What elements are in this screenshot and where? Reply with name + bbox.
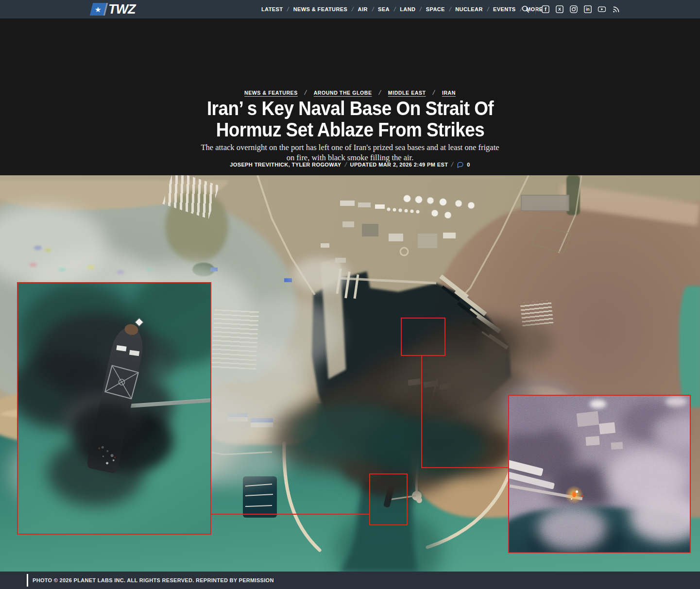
nav-item-latest[interactable]: LATEST xyxy=(261,6,283,12)
article-subtitle: The attack overnight on the port has lef… xyxy=(200,142,501,163)
heli-deck-cross xyxy=(105,366,137,398)
main-menu: LATEST / NEWS & FEATURES / AIR / SEA / L… xyxy=(261,0,543,18)
connector-line-vertical xyxy=(421,356,422,467)
instagram-icon[interactable] xyxy=(569,5,578,14)
satellite-image xyxy=(0,175,700,572)
facebook-icon[interactable]: f xyxy=(541,5,550,14)
nav-separator: / xyxy=(351,6,354,13)
twz-flag-icon: ★ xyxy=(90,3,108,16)
comment-bubble-icon[interactable] xyxy=(457,161,463,168)
x-icon[interactable]: X xyxy=(555,5,564,14)
star-icon: ★ xyxy=(95,6,101,13)
nav-separator: / xyxy=(393,6,396,13)
nav-item-sea[interactable]: SEA xyxy=(378,6,390,12)
burning-frigate-box xyxy=(369,473,408,525)
fleck xyxy=(87,265,95,269)
fleck xyxy=(58,268,66,272)
breadcrumb-middle-east[interactable]: MIDDLE EAST xyxy=(388,90,426,96)
fleck xyxy=(45,248,51,252)
breadcrumb: NEWS & FEATURES / AROUND THE GLOBE / MID… xyxy=(0,89,700,96)
tank-small xyxy=(410,210,414,213)
tank xyxy=(404,195,411,202)
connector-line-inset xyxy=(211,514,369,515)
road xyxy=(559,175,581,253)
breadcrumb-iran[interactable]: IRAN xyxy=(442,90,456,96)
breadcrumb-news-features[interactable]: NEWS & FEATURES xyxy=(244,90,298,96)
nav-divider xyxy=(535,5,536,14)
breadcrumb-separator: / xyxy=(432,89,436,96)
top-nav: ★ TWZ LATEST / NEWS & FEATURES / AIR / S… xyxy=(0,0,700,18)
breadcrumb-separator: / xyxy=(378,89,382,96)
burning-ship-inset xyxy=(17,282,211,535)
photo-credit-bar: PHOTO © 2026 PLANET LABS INC. ALL RIGHTS… xyxy=(0,572,700,589)
fleck xyxy=(34,246,42,250)
nav-separator: / xyxy=(486,6,489,13)
tank-small xyxy=(416,210,420,214)
steam-puff xyxy=(291,258,350,292)
fleck xyxy=(117,270,124,274)
tank-small xyxy=(393,208,396,212)
roundabout xyxy=(400,248,408,255)
road xyxy=(464,175,529,295)
inset-ship-smoke xyxy=(71,404,144,463)
breadcrumb-separator: / xyxy=(304,89,307,96)
article-header: NEWS & FEATURES / AROUND THE GLOBE / MID… xyxy=(0,18,700,175)
byline: JOSEPH TREVITHICK, TYLER ROGOWAY / UPDAT… xyxy=(0,161,700,168)
noise-overlay xyxy=(509,396,691,553)
nav-icons: f X in xyxy=(521,0,620,18)
building xyxy=(358,202,371,207)
tank xyxy=(455,200,462,207)
smoke-over-piers-box xyxy=(401,318,445,356)
breadcrumb-around-the-globe[interactable]: AROUND THE GLOBE xyxy=(314,90,372,96)
nav-item-air[interactable]: AIR xyxy=(358,6,368,12)
byline-separator: / xyxy=(344,161,348,168)
nav-item-land[interactable]: LAND xyxy=(400,6,415,12)
building xyxy=(362,224,378,236)
building xyxy=(443,233,456,238)
comments-count[interactable]: 0 xyxy=(467,162,470,168)
building xyxy=(340,201,355,206)
building xyxy=(418,234,437,248)
credit-tick xyxy=(27,574,28,587)
tank xyxy=(415,196,423,203)
nav-separator: / xyxy=(371,6,374,13)
nav-item-events[interactable]: EVENTS xyxy=(493,6,515,12)
twz-logo-text: TWZ xyxy=(108,2,135,17)
building xyxy=(342,221,354,227)
rss-icon[interactable] xyxy=(612,5,620,14)
search-icon[interactable] xyxy=(521,5,530,14)
svg-text:in: in xyxy=(586,7,589,12)
nav-separator: / xyxy=(448,6,451,13)
burning-pier-inset xyxy=(508,395,691,553)
fleck xyxy=(146,268,153,271)
jetty-junction-2 xyxy=(416,497,422,503)
tank xyxy=(444,212,451,219)
tank xyxy=(468,202,475,209)
building xyxy=(389,234,403,241)
page: ★ TWZ LATEST / NEWS & FEATURES / AIR / S… xyxy=(0,0,700,589)
tank-small xyxy=(387,208,391,211)
photo-credit: PHOTO © 2026 PLANET LABS INC. ALL RIGHTS… xyxy=(33,577,274,583)
nav-item-space[interactable]: SPACE xyxy=(426,6,445,12)
building xyxy=(321,243,329,248)
twz-logo[interactable]: ★ TWZ xyxy=(91,2,135,17)
tank-small xyxy=(399,209,402,212)
tank xyxy=(427,197,434,204)
nav-item-nuclear[interactable]: NUCLEAR xyxy=(455,6,483,12)
tank xyxy=(431,210,438,217)
linkedin-icon[interactable]: in xyxy=(583,5,592,14)
youtube-icon[interactable] xyxy=(598,5,606,14)
byline-updated: UPDATED MAR 2, 2026 2:49 PM EST xyxy=(350,162,448,168)
compound-ne xyxy=(521,195,569,211)
nav-separator: / xyxy=(287,6,290,13)
nav-separator: / xyxy=(419,6,422,13)
nav-item-news-features[interactable]: NEWS & FEATURES xyxy=(293,6,348,12)
byline-authors[interactable]: JOSEPH TREVITHICK, TYLER ROGOWAY xyxy=(230,162,341,168)
tank xyxy=(440,199,447,206)
blue-roof-small-1 xyxy=(284,278,292,282)
page-title: Iran’ s Key Naval Base On Strait Of Horm… xyxy=(0,98,700,141)
svg-text:X: X xyxy=(558,7,561,12)
building xyxy=(375,204,385,209)
tank-small xyxy=(405,209,408,213)
byline-separator: / xyxy=(450,161,454,168)
